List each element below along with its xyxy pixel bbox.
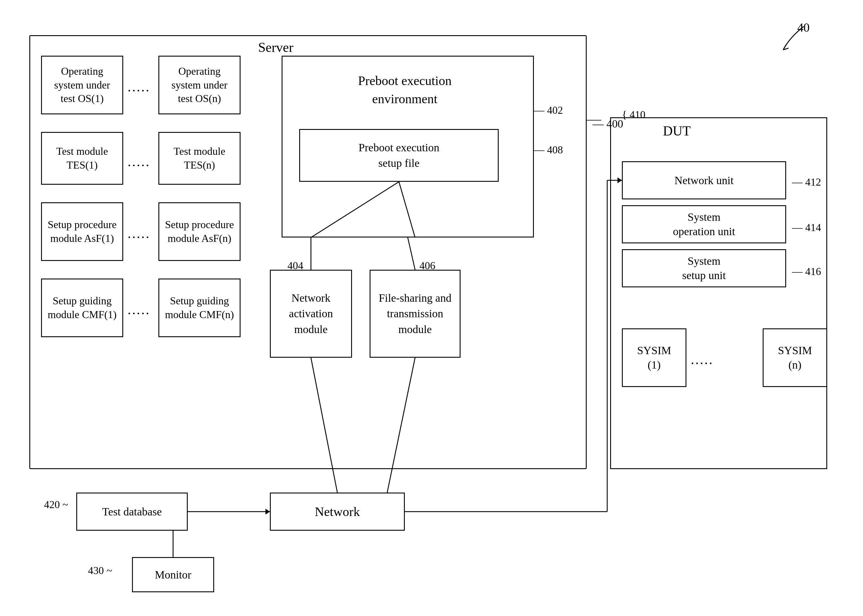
file-share-box: File-sharing and transmission module — [370, 270, 461, 358]
ref-420-label: 420 ~ — [44, 498, 68, 511]
sys-setup-box: System setup unit — [622, 249, 786, 288]
net-act-box: Network activation module — [270, 270, 352, 358]
os-dots: ..... — [128, 79, 151, 95]
setup-proc-box-1: Setup procedure module AsF(1) — [41, 202, 123, 261]
ref-408: — 408 — [534, 144, 563, 156]
test-dots: ..... — [128, 154, 151, 170]
setup-guide-dots: ..... — [128, 302, 151, 317]
setup-proc-box-2: Setup procedure module AsF(n) — [158, 202, 241, 261]
setup-guide-box-1: Setup guiding module CMF(1) — [41, 278, 123, 337]
monitor-box: Monitor — [132, 557, 214, 592]
ref-402: — 402 — [534, 104, 563, 116]
sysim-dots: ..... — [691, 352, 714, 368]
ref-416: — 416 — [792, 266, 821, 278]
network-unit-box: Network unit — [622, 161, 786, 200]
os-box-1: Operating system under test OS(1) — [41, 56, 123, 114]
os-box-2: Operating system under test OS(n) — [158, 56, 241, 114]
server-label: Server — [258, 39, 293, 55]
network-bottom-box: Network — [270, 493, 405, 531]
ref-410: { 410 — [622, 108, 645, 121]
ref-412: — 412 — [792, 176, 821, 188]
setup-proc-dots: ..... — [128, 226, 151, 241]
sysim-box-1: SYSIM (1) — [622, 328, 687, 387]
setup-guide-box-2: Setup guiding module CMF(n) — [158, 278, 241, 337]
pxe-setup-box: Preboot execution setup file — [299, 129, 499, 182]
ref-414: — 414 — [792, 222, 821, 234]
ref-430-label: 430 ~ — [88, 564, 112, 577]
sys-op-box: System operation unit — [622, 205, 786, 244]
svg-marker-7 — [266, 509, 270, 515]
pxe-label: Preboot execution environment — [317, 72, 493, 108]
sysim-box-2: SYSIM (n) — [763, 328, 827, 387]
dut-label: DUT — [663, 123, 691, 139]
test-box-2: Test module TES(n) — [158, 132, 241, 185]
test-box-1: Test module TES(1) — [41, 132, 123, 185]
test-db-box: Test database — [76, 493, 188, 531]
